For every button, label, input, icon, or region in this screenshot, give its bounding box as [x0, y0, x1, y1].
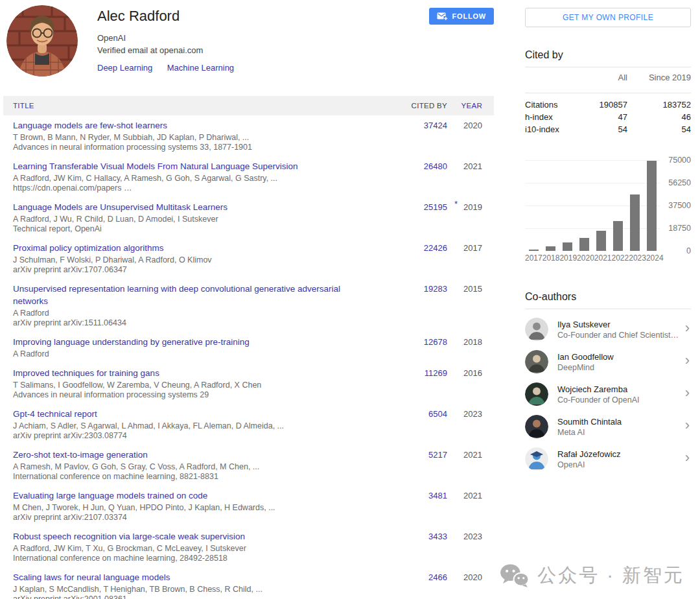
- sort-by-citations-header[interactable]: CITED BY: [389, 102, 447, 110]
- chart-bar[interactable]: [630, 194, 640, 251]
- chart-bar[interactable]: [546, 246, 555, 251]
- chart-value-label: 18750: [668, 224, 691, 233]
- chevron-right-icon: ›: [680, 354, 691, 370]
- chart-plot: [525, 160, 660, 251]
- citations-per-year-chart: 20172018201920202021202220232024 7500056…: [525, 160, 691, 263]
- publication-venue: arXiv preprint arXiv:2107.03374: [13, 513, 377, 523]
- scholar-avatar-icon: [525, 447, 548, 471]
- chart-value-label: 75000: [668, 156, 691, 165]
- cited-by-count-link[interactable]: 12678: [424, 337, 447, 347]
- publication-info: Improved techniques for training gansT S…: [3, 367, 389, 400]
- stat-label: Citations: [525, 100, 558, 110]
- cited-by-cell: 5217: [389, 449, 447, 482]
- publication-title-link[interactable]: Gpt-4 technical report: [13, 408, 377, 420]
- citation-stats-table: Citations190857183752h-index4746i10-inde…: [525, 93, 691, 135]
- year-cell: 2021: [447, 489, 494, 523]
- publication-row: Scaling laws for neural language modelsJ…: [3, 567, 494, 599]
- coauthor-list: Ilya SutskeverCo-Founder and Chief Scien…: [525, 309, 691, 475]
- cited-by-count-link[interactable]: 3481: [428, 491, 447, 500]
- year-cell: 2020: [447, 571, 494, 599]
- chart-bar[interactable]: [647, 161, 657, 251]
- wechat-icon: [500, 563, 530, 588]
- publication-authors: A Radford: [13, 349, 377, 359]
- year-cell: 2020: [447, 119, 494, 152]
- chevron-right-icon: ›: [680, 419, 691, 434]
- cited-by-count-link[interactable]: 5217: [428, 450, 447, 460]
- publication-row: Language Models are Unsupervised Multita…: [3, 197, 494, 238]
- chart-bar[interactable]: [529, 250, 539, 251]
- interest-link-machine-learning[interactable]: Machine Learning: [167, 63, 234, 73]
- chart-bar[interactable]: [563, 242, 572, 251]
- publication-title-link[interactable]: Improved techniques for training gans: [13, 367, 377, 379]
- coauthor-row[interactable]: Rafał JózefowiczOpenAI›: [525, 443, 691, 475]
- publication-info: Gpt-4 technical reportJ Achiam, S Adler,…: [3, 408, 389, 441]
- chart-bar[interactable]: [596, 231, 606, 251]
- cited-by-count-link[interactable]: 37424: [424, 121, 447, 130]
- chart-bar-slot: [643, 161, 660, 251]
- cited-by-count-link[interactable]: 2466: [428, 572, 447, 582]
- chart-bar[interactable]: [579, 238, 589, 251]
- coauthor-name: Ilya Sutskever: [557, 319, 680, 330]
- coauthor-row[interactable]: Ilya SutskeverCo-Founder and Chief Scien…: [525, 313, 691, 346]
- follow-button[interactable]: FOLLOW: [429, 8, 494, 25]
- coauthors-title: Co-authors: [525, 291, 691, 303]
- coauthor-photo: [525, 415, 548, 438]
- chart-bar-slot: [626, 194, 643, 251]
- publication-info: Robust speech recognition via large-scal…: [3, 530, 389, 563]
- cited-by-title: Cited by: [525, 49, 691, 61]
- year-cell: 2023: [447, 530, 494, 563]
- publication-title-link[interactable]: Zero-shot text-to-image generation: [13, 449, 377, 461]
- cited-by-cell: 37424: [389, 119, 447, 152]
- publication-venue: https://cdn.openai.com/papers …: [13, 183, 377, 193]
- chart-bar-slot: [542, 246, 559, 251]
- interest-link-deep-learning[interactable]: Deep Learning: [97, 63, 152, 73]
- profile-verified-email: Verified email at openai.com: [97, 44, 429, 56]
- publication-title-link[interactable]: Unsupervised representation learning wit…: [13, 283, 377, 307]
- watermark-text: 公众号 · 新智元: [537, 563, 684, 589]
- coauthor-name: Ian Goodfellow: [557, 351, 680, 362]
- cited-by-count-link[interactable]: 25195: [424, 202, 447, 212]
- chart-bar[interactable]: [613, 221, 623, 251]
- cited-by-count-link[interactable]: 19283: [424, 284, 447, 294]
- get-my-own-profile-button[interactable]: GET MY OWN PROFILE: [525, 8, 691, 27]
- publication-info: Scaling laws for neural language modelsJ…: [3, 571, 389, 599]
- publication-title-link[interactable]: Proximal policy optimization algorithms: [13, 242, 377, 254]
- publication-title-link[interactable]: Evaluating large language models trained…: [13, 489, 377, 502]
- profile-photo[interactable]: [6, 5, 78, 76]
- publication-authors: M Chen, J Tworek, H Jun, Q Yuan, HPDO Pi…: [13, 503, 377, 513]
- publication-title-link[interactable]: Improving language understanding by gene…: [13, 336, 377, 348]
- sort-by-title-header[interactable]: TITLE: [3, 102, 389, 110]
- coauthor-row[interactable]: Ian GoodfellowDeepMind›: [525, 346, 691, 378]
- publication-venue: International conference on machine lear…: [13, 472, 377, 482]
- publication-title-link[interactable]: Language models are few-shot learners: [13, 119, 377, 132]
- publication-row: Evaluating large language models trained…: [3, 486, 494, 526]
- coauthor-photo: [525, 382, 548, 406]
- cited-by-count-link[interactable]: 6504: [428, 409, 447, 419]
- coauthor-row[interactable]: Wojciech ZarembaCo-Founder of OpenAI›: [525, 378, 691, 410]
- chart-year-label: 2023: [629, 253, 646, 263]
- watermark: 公众号 · 新智元: [500, 563, 684, 589]
- column-since-2019: Since 2019: [627, 73, 691, 82]
- follow-button-label: FOLLOW: [452, 12, 486, 20]
- chart-bar-slot: [525, 250, 542, 251]
- publication-title-link[interactable]: Scaling laws for neural language models: [13, 571, 377, 583]
- publication-title-link[interactable]: Robust speech recognition via large-scal…: [13, 530, 377, 543]
- chart-bar-slot: [576, 238, 592, 251]
- stat-value-since: 54: [627, 124, 691, 134]
- profile-header: Alec Radford OpenAI Verified email at op…: [3, 5, 494, 76]
- publication-authors: J Kaplan, S McCandlish, T Henighan, TB B…: [13, 585, 377, 594]
- chart-year-label: 2020: [577, 253, 594, 263]
- cited-by-count-link[interactable]: 22426: [424, 243, 447, 253]
- cited-by-count-link[interactable]: 3433: [428, 532, 447, 541]
- coauthor-row[interactable]: Soumith ChintalaMeta AI›: [525, 410, 691, 443]
- coauthor-name: Wojciech Zaremba: [557, 384, 680, 395]
- cited-by-count-link[interactable]: 26480: [424, 161, 447, 171]
- coauthor-name: Soumith Chintala: [557, 416, 680, 427]
- cited-by-count-link[interactable]: 11269: [425, 368, 447, 378]
- profile-photo-image: [6, 5, 78, 76]
- publication-title-link[interactable]: Learning Transferable Visual Models From…: [13, 160, 377, 172]
- sort-by-year-header[interactable]: YEAR: [447, 102, 494, 110]
- publication-row: Learning Transferable Visual Models From…: [3, 156, 494, 197]
- coauthor-text: Soumith ChintalaMeta AI: [557, 416, 680, 438]
- publication-title-link[interactable]: Language Models are Unsupervised Multita…: [13, 201, 377, 213]
